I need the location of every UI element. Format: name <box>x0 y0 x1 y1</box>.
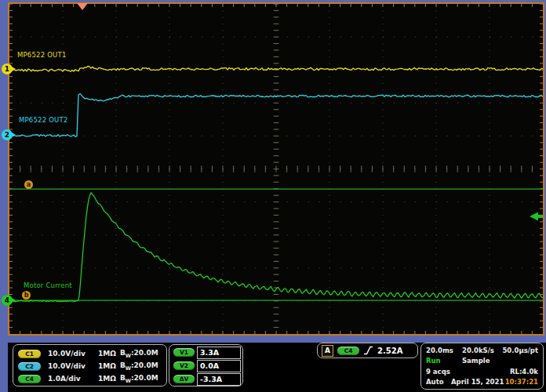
channel4-position-marker[interactable]: 4 <box>2 295 13 306</box>
record-length: RL:4.0k <box>510 368 538 376</box>
rising-edge-icon <box>363 345 373 356</box>
sample-rate: 20.0kS/s <box>462 347 502 355</box>
ch1-impedance: 1MΩ <box>98 350 116 358</box>
trace-label-ch1: MP6522 OUT1 <box>17 51 67 59</box>
channel1-settings-row[interactable]: C1 10.0V/div 1MΩ BW:20.0M <box>18 347 163 360</box>
trigger-level-value: 2.52A <box>377 347 402 355</box>
trigger-a-badge[interactable]: A <box>322 345 333 357</box>
ch2-badge[interactable]: C2 <box>18 362 41 371</box>
cursor-v2-row: V2 0.0A <box>171 359 241 372</box>
trigger-mode: Auto <box>426 378 451 387</box>
horizontal-row: 20.0ms 20.0kS/s 50.0μs/pt <box>426 347 538 355</box>
ch1-bandwidth: BW:20.0M <box>120 349 158 359</box>
cursor-readout-box[interactable]: V1 3.3A V2 0.0A ΔV -3.3A <box>169 344 243 387</box>
date: April 15, 2021 <box>451 378 505 387</box>
channel2-position-marker[interactable]: 2 <box>2 129 13 140</box>
acq-count-row: 9 acqs RL:4.0k <box>426 368 538 376</box>
acq-count: 9 acqs <box>426 368 510 376</box>
cursor-b-handle[interactable]: b <box>22 291 31 299</box>
trigger-settings-box[interactable]: A C4 2.52A <box>317 343 418 358</box>
trace-label-ch4: Motor Current <box>24 281 72 289</box>
waveform-canvas <box>9 4 543 334</box>
delta-v-badge[interactable]: ΔV <box>173 375 195 383</box>
graticule: MP6522 OUT1 MP6522 OUT2 Motor Current 1 … <box>8 2 544 336</box>
v2-value: 0.0A <box>197 360 241 372</box>
ch1-scale: 10.0V/div <box>48 350 98 358</box>
v1-value: 3.3A <box>197 347 241 359</box>
cursor-delta-row: ΔV -3.3A <box>171 372 241 386</box>
date-time-row: Auto April 15, 2021 10:37:21 <box>426 378 538 387</box>
acquisition-status-box[interactable]: 20.0ms 20.0kS/s 50.0μs/pt Run Sample 9 a… <box>420 343 544 390</box>
cursor-a-handle[interactable]: a <box>24 180 33 189</box>
ch4-scale: 1.0A/div <box>48 375 98 383</box>
v1-badge[interactable]: V1 <box>173 348 195 357</box>
cursor-v1-row: V1 3.3A <box>171 346 241 359</box>
channel-settings-box[interactable]: C1 10.0V/div 1MΩ BW:20.0M C2 10.0V/div 1… <box>13 344 167 387</box>
ch2-scale: 10.0V/div <box>48 362 98 370</box>
v2-badge[interactable]: V2 <box>173 361 195 370</box>
run-state: Run <box>426 357 462 365</box>
delta-v-value: -3.3A <box>197 373 241 386</box>
timebase: 20.0ms <box>426 347 462 355</box>
ch1-badge[interactable]: C1 <box>18 350 41 358</box>
channel1-position-marker[interactable]: 1 <box>2 64 13 74</box>
acq-mode: Sample <box>462 357 490 365</box>
resolution: 50.0μs/pt <box>502 347 538 355</box>
ch4-badge[interactable]: C4 <box>18 375 41 383</box>
trace-label-ch2: MP6522 OUT2 <box>19 116 68 124</box>
ch4-impedance: 1MΩ <box>98 375 116 383</box>
trigger-position-marker-icon[interactable] <box>77 3 88 10</box>
ch4-bandwidth: BW:20.0M <box>120 374 158 384</box>
status-bar: C1 10.0V/div 1MΩ BW:20.0M C2 10.0V/div 1… <box>8 343 546 392</box>
channel2-settings-row[interactable]: C2 10.0V/div 1MΩ BW:20.0M <box>18 360 163 372</box>
ch2-impedance: 1MΩ <box>98 362 116 370</box>
ch2-bandwidth: BW:20.0M <box>120 361 158 372</box>
trigger-source-badge[interactable]: C4 <box>337 347 359 355</box>
channel4-settings-row[interactable]: C4 1.0A/div 1MΩ BW:20.0M <box>18 372 163 385</box>
oscilloscope-screen: { "display": { "trace_labels": { "ch1": … <box>0 0 546 392</box>
clock-time: 10:37:21 <box>505 378 538 387</box>
run-state-row: Run Sample <box>426 357 538 365</box>
